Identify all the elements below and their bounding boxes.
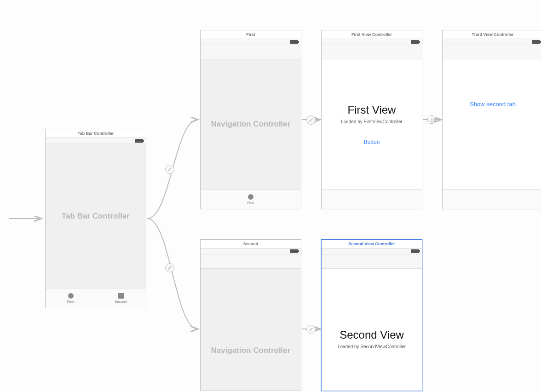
view-heading: First View	[348, 104, 396, 116]
segue-show-glyph	[429, 118, 435, 122]
tab-item-second[interactable]: Second	[96, 288, 146, 308]
circle-icon	[248, 194, 253, 200]
circle-icon	[68, 293, 74, 299]
tab-item-first[interactable]: First	[46, 288, 96, 308]
scene-nav-controller-second[interactable]: Second Navigation Controller	[200, 239, 301, 391]
tab-bar	[322, 189, 422, 209]
navigation-bar	[322, 45, 422, 59]
navigation-bar	[201, 254, 301, 269]
segue-relationship-icon[interactable]	[306, 115, 316, 125]
status-bar	[322, 39, 422, 45]
scene-title: Second	[201, 240, 301, 248]
scene-body: Second View Loaded by SecondViewControll…	[322, 269, 422, 391]
scene-second-view-controller[interactable]: Second View Controller Second View Loade…	[321, 239, 422, 391]
battery-icon	[135, 139, 143, 143]
status-bar	[322, 248, 422, 254]
tab-item-label: Second	[115, 300, 127, 304]
status-bar	[46, 138, 146, 144]
scene-title: First View Controller	[322, 30, 422, 39]
segue-relationship-icon[interactable]	[165, 263, 174, 272]
segue-line-icon	[168, 167, 172, 171]
view-subtitle: Loaded by FirstViewController	[341, 119, 403, 124]
placeholder-label: Navigation Controller	[211, 346, 291, 355]
battery-icon	[411, 40, 419, 44]
navigation-bar	[322, 254, 422, 269]
segue-relationship-icon[interactable]	[306, 325, 316, 334]
scene-title: Second View Controller	[322, 240, 422, 248]
view-heading: Second View	[340, 329, 404, 341]
scene-title: First	[201, 30, 301, 39]
battery-icon	[532, 40, 540, 44]
tab-item-first[interactable]: First	[237, 190, 265, 209]
scene-body: Show second tab	[443, 59, 541, 189]
storyboard-canvas[interactable]: Tab Bar Controller Tab Bar Controller Fi…	[0, 0, 541, 392]
battery-icon	[290, 249, 298, 253]
segue-relationship-icon[interactable]	[165, 165, 174, 174]
scene-body: Navigation Controller	[201, 269, 301, 391]
tab-item-label: First	[67, 300, 75, 304]
battery-icon	[290, 40, 298, 44]
navigation-bar	[443, 45, 541, 59]
scene-body: Tab Bar Controller	[46, 144, 146, 288]
segue-line-icon	[168, 266, 172, 270]
scene-body: Navigation Controller	[201, 59, 301, 189]
status-bar	[443, 39, 541, 45]
scene-third-view-controller[interactable]: Third View Controller Show second tab	[442, 30, 541, 209]
tab-bar: First	[201, 189, 301, 209]
scene-nav-controller-first[interactable]: First Navigation Controller First	[200, 30, 301, 209]
tab-bar: First Second	[46, 288, 146, 308]
segue-line-icon	[309, 328, 313, 331]
segue-line-icon	[309, 118, 313, 122]
button[interactable]: Button	[364, 139, 380, 145]
view-subtitle: Loaded by SecondViewController	[338, 344, 406, 349]
segue-show-icon[interactable]	[427, 115, 436, 124]
battery-icon	[411, 249, 419, 253]
scene-first-view-controller[interactable]: First View Controller First View Loaded …	[321, 30, 422, 209]
scene-tab-bar-controller[interactable]: Tab Bar Controller Tab Bar Controller Fi…	[45, 129, 146, 308]
scene-title: Tab Bar Controller	[46, 129, 146, 138]
placeholder-label: Navigation Controller	[211, 120, 291, 129]
show-second-tab-button[interactable]: Show second tab	[470, 101, 516, 108]
scene-body: First View Loaded by FirstViewController…	[322, 59, 422, 189]
status-bar	[201, 39, 301, 45]
status-bar	[201, 248, 301, 254]
tab-bar	[443, 189, 541, 209]
placeholder-label: Tab Bar Controller	[62, 212, 130, 221]
square-icon	[118, 293, 124, 299]
navigation-bar	[201, 45, 301, 59]
scene-title: Third View Controller	[443, 30, 541, 39]
tab-item-label: First	[247, 201, 254, 205]
